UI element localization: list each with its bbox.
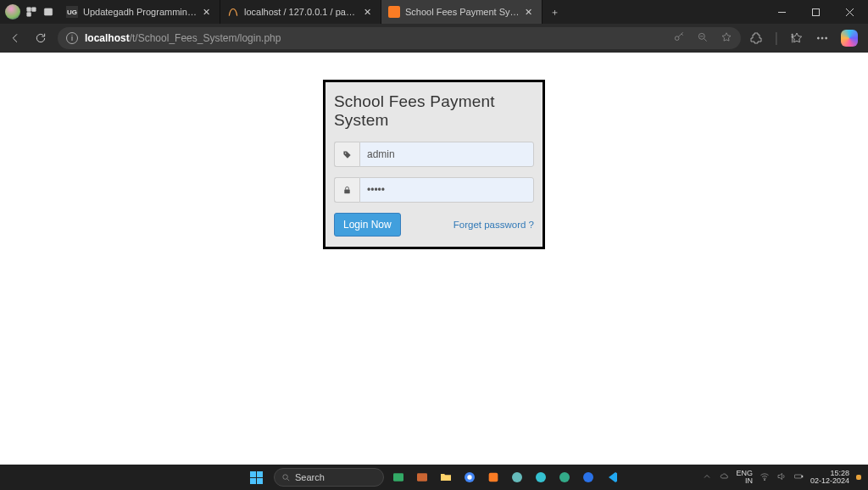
svg-point-16: [821, 37, 823, 39]
notification-indicator-icon[interactable]: [856, 475, 861, 480]
svg-rect-2: [27, 13, 31, 17]
vscode-icon[interactable]: [603, 468, 621, 487]
page-viewport: School Fees Payment System Login Now For…: [0, 53, 868, 465]
workspaces-icon[interactable]: [25, 6, 37, 18]
password-field: [334, 177, 534, 203]
svg-rect-32: [794, 475, 801, 478]
svg-point-29: [559, 472, 570, 482]
volume-icon[interactable]: [776, 471, 787, 483]
copilot-icon[interactable]: [841, 30, 858, 47]
clock[interactable]: 15:28 02-12-2024: [810, 470, 849, 486]
xampp-icon[interactable]: [484, 468, 503, 487]
svg-point-17: [826, 37, 827, 39]
tray-chevron-icon[interactable]: [702, 471, 712, 483]
favicon-xampp-icon: [388, 6, 400, 18]
zoom-out-icon[interactable]: [697, 31, 709, 46]
start-button[interactable]: [247, 468, 265, 487]
browser-toolbar: i localhost/t/School_Fees_System/login.p…: [0, 24, 868, 53]
svg-rect-5: [812, 8, 819, 15]
svg-point-28: [536, 472, 546, 482]
close-icon[interactable]: ✕: [364, 7, 374, 18]
maximize-button[interactable]: [798, 0, 832, 24]
window-controls: [765, 0, 866, 24]
close-icon[interactable]: ✕: [203, 7, 213, 18]
taskbar-app-icon[interactable]: [508, 468, 526, 487]
tab-phpmyadmin[interactable]: localhost / 127.0.0.1 / paysystem ✕: [220, 0, 381, 24]
url-host: localhost: [85, 32, 130, 44]
tab-updategadh[interactable]: UG Updategadh Programming - Upd… ✕: [59, 0, 220, 24]
tab-title: Updategadh Programming - Upd…: [83, 7, 198, 17]
favicon-phpmyadmin-icon: [227, 6, 239, 18]
favicon-updategadh-icon: UG: [66, 6, 78, 18]
svg-rect-22: [393, 473, 403, 481]
tab-title: localhost / 127.0.0.1 / paysystem: [244, 7, 359, 17]
svg-rect-33: [802, 476, 803, 477]
close-window-button[interactable]: [832, 0, 866, 24]
svg-line-21: [287, 478, 289, 480]
close-icon[interactable]: ✕: [525, 7, 535, 18]
svg-point-31: [764, 480, 765, 481]
username-field: [334, 142, 534, 167]
svg-point-15: [817, 37, 819, 39]
svg-point-18: [345, 152, 346, 153]
svg-point-20: [283, 474, 288, 479]
svg-rect-23: [417, 473, 427, 481]
taskbar-search[interactable]: Search: [274, 468, 384, 487]
back-button[interactable]: [7, 30, 24, 47]
refresh-button[interactable]: [32, 30, 49, 47]
password-key-icon[interactable]: [673, 31, 685, 46]
tab-actions-icon[interactable]: [42, 6, 54, 18]
tag-icon: [334, 142, 359, 167]
tab-title: School Fees Payment System: [405, 7, 520, 17]
taskbar-app-icon[interactable]: [389, 468, 408, 487]
favorites-icon[interactable]: [790, 31, 804, 45]
language-indicator[interactable]: ENG IN: [736, 470, 753, 485]
onedrive-icon[interactable]: [719, 471, 729, 483]
edge-icon[interactable]: [531, 468, 550, 487]
svg-point-8: [675, 36, 679, 40]
svg-line-11: [704, 38, 707, 41]
file-explorer-icon[interactable]: [437, 468, 455, 487]
more-menu-icon[interactable]: [815, 31, 829, 45]
svg-point-25: [467, 475, 471, 479]
profile-avatar-icon[interactable]: [5, 4, 20, 19]
svg-rect-26: [489, 473, 498, 482]
browser-titlebar: UG Updategadh Programming - Upd… ✕ local…: [0, 0, 868, 24]
edge-dev-icon[interactable]: [579, 468, 598, 487]
forgot-password-link[interactable]: Forget password ?: [453, 220, 534, 230]
system-tray: ENG IN 15:28 02-12-2024: [702, 470, 868, 486]
address-bar[interactable]: i localhost/t/School_Fees_System/login.p…: [58, 27, 741, 49]
search-placeholder: Search: [295, 472, 325, 482]
favorite-star-icon[interactable]: [721, 31, 732, 46]
username-input[interactable]: [359, 142, 534, 167]
svg-point-30: [583, 472, 593, 482]
site-info-icon[interactable]: i: [66, 32, 78, 44]
svg-point-27: [512, 472, 522, 482]
svg-rect-1: [32, 8, 36, 12]
url-path: /t/School_Fees_System/login.php: [130, 32, 281, 44]
battery-icon[interactable]: [793, 471, 804, 483]
page-title: School Fees Payment System: [334, 92, 534, 130]
minimize-button[interactable]: [765, 0, 798, 24]
windows-taskbar: Search ENG IN 15:28 02-12-2024: [0, 465, 868, 490]
password-input[interactable]: [359, 177, 534, 203]
extensions-icon[interactable]: [749, 31, 763, 45]
new-tab-button[interactable]: ＋: [542, 0, 566, 24]
login-button[interactable]: Login Now: [334, 213, 401, 237]
chrome-canary-icon[interactable]: [555, 468, 574, 487]
taskbar-app-icon[interactable]: [413, 468, 431, 487]
svg-rect-0: [27, 8, 31, 12]
tab-strip: UG Updategadh Programming - Upd… ✕ local…: [59, 0, 566, 24]
svg-rect-19: [344, 189, 349, 193]
svg-rect-3: [44, 8, 52, 15]
chrome-icon[interactable]: [460, 468, 479, 487]
login-card: School Fees Payment System Login Now For…: [323, 80, 545, 249]
lock-icon: [334, 177, 359, 203]
wifi-icon[interactable]: [760, 471, 770, 483]
tab-school-fees[interactable]: School Fees Payment System ✕: [381, 0, 542, 24]
